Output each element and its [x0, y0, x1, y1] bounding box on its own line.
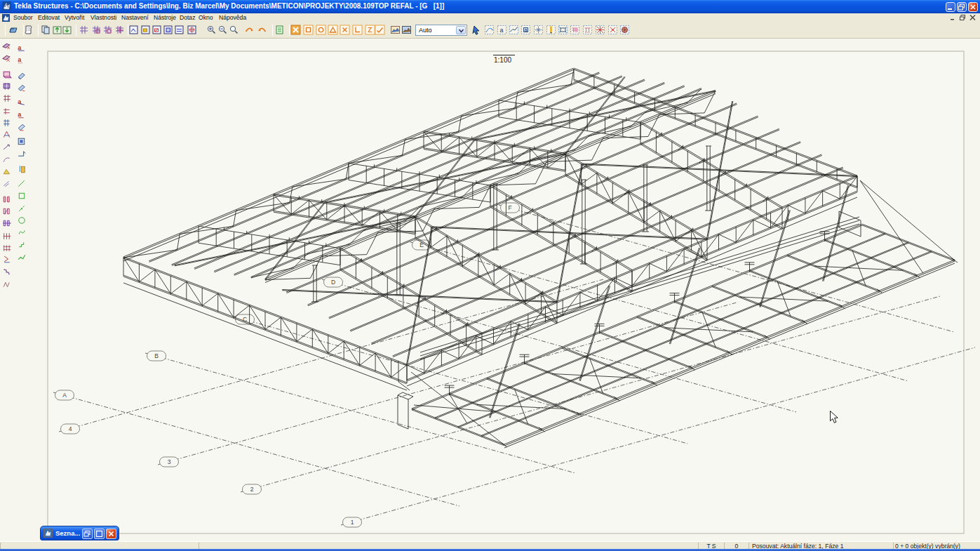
svg-text:A: A: [62, 392, 67, 399]
svg-text:a: a: [18, 44, 22, 51]
svg-text:4: 4: [69, 425, 72, 432]
svg-text:a: a: [18, 111, 22, 118]
svg-text:1:100: 1:100: [494, 56, 511, 64]
svg-text:a: a: [18, 56, 22, 63]
svg-text:a: a: [525, 27, 528, 32]
svg-text:B: B: [154, 352, 159, 359]
svg-text:a: a: [500, 27, 504, 34]
svg-text:F: F: [508, 204, 511, 211]
svg-text:1: 1: [351, 519, 354, 526]
svg-text:D: D: [331, 279, 335, 286]
svg-text:2: 2: [250, 486, 254, 493]
svg-text:3: 3: [168, 458, 171, 465]
